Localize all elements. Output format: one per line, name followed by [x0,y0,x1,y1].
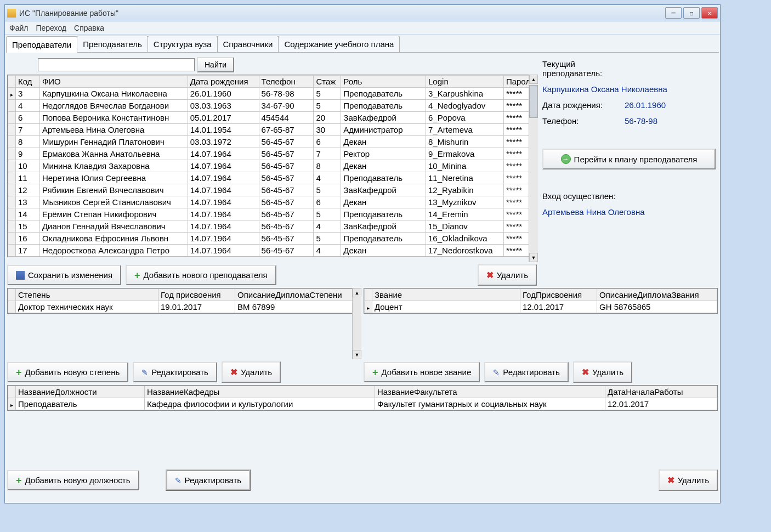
menubar: Файл Переход Справка [5,21,720,35]
edit-degree-button[interactable]: ✎ Редактировать [133,362,217,382]
table-row[interactable]: 16Окладникова Ефросиния Львовн14.07.1964… [8,233,537,245]
add-rank-button[interactable]: + Добавить новое звание [364,362,480,382]
titlebar: ИС "Планирование работы" ─ ☐ ✕ [5,5,720,21]
scroll-up-icon[interactable]: ▲ [353,288,361,297]
col-start-date[interactable]: ДатаНачалаРаботы [605,386,717,398]
table-row[interactable]: 17Недоросткова Александра Петро14.07.196… [8,245,537,257]
current-teacher-label: Текущий преподаватель: [542,59,625,78]
col-rank-year[interactable]: ГодПрисвоения [520,289,597,301]
rank-grid[interactable]: Звание ГодПрисвоения ОписаниеДипломаЗван… [364,288,718,314]
minimize-button[interactable]: ─ [665,7,682,19]
table-row[interactable]: 15Дианов Геннадий Вячеславович14.07.1964… [8,220,537,233]
side-panel: Текущий преподаватель: Карпушкина Оксана… [540,55,718,262]
window-title: ИС "Планирование работы" [19,9,665,18]
col-tel[interactable]: Телефон [259,76,314,88]
tel-value: 56-78-98 [625,116,657,126]
teachers-scrollbar[interactable]: ▲ ▼ [529,75,538,262]
tel-label: Телефон: [542,116,625,126]
delete-teacher-button[interactable]: ✖ Удалить [478,264,537,286]
table-row[interactable]: ПреподавательКафедра философии и культур… [8,398,717,410]
scroll-up-icon[interactable]: ▲ [529,75,538,84]
col-rank[interactable]: Звание [372,289,520,301]
col-stazh[interactable]: Стаж [314,76,341,88]
edit-icon: ✎ [141,368,148,377]
login-name: Артемьева Нина Олеговна [542,207,645,217]
edit-icon: ✎ [493,368,500,377]
edit-icon: ✎ [175,476,182,485]
delete-rank-button[interactable]: ✖ Удалить [573,361,632,383]
delete-position-button[interactable]: ✖ Удалить [659,469,718,491]
table-row[interactable]: Доктор технических наук19.01.2017ВМ 6789… [8,301,361,313]
col-degree[interactable]: Степень [16,289,158,301]
tabstrip: Преподаватели Преподаватель Структура ву… [6,36,719,53]
tab-curriculum[interactable]: Содержание учебного плана [278,36,400,52]
add-position-button[interactable]: + Добавить новую должность [7,470,139,490]
col-fio[interactable]: ФИО [39,76,188,88]
table-row[interactable]: 8Мишурин Геннадий Платонович03.03.197256… [8,136,537,148]
current-teacher-name: Карпушкина Оксана Николаевна [542,84,667,94]
position-grid[interactable]: НазваниеДолжности НазваниеКафедры Назван… [7,385,718,411]
col-position[interactable]: НазваниеДолжности [16,386,145,398]
login-label: Вход осуществлен: [542,191,625,201]
delete-icon: ✖ [486,270,494,280]
add-degree-button[interactable]: + Добавить новую степень [7,362,128,382]
tab-teachers[interactable]: Преподаватели [6,36,77,53]
search-input[interactable] [38,58,195,71]
teachers-grid[interactable]: Код ФИО Дата рождения Телефон Стаж Роль … [7,75,538,257]
degree-scrollbar[interactable]: ▲ ▼ [352,288,361,359]
plus-icon: + [16,477,22,484]
delete-degree-button[interactable]: ✖ Удалить [222,361,281,383]
dob-value: 26.01.1960 [625,100,666,110]
edit-position-button[interactable]: ✎ Редактировать [166,469,251,491]
app-window: ИС "Планирование работы" ─ ☐ ✕ Файл Пере… [4,4,721,503]
table-row[interactable]: 6Попова Вероника Константиновн05.01.2017… [8,112,537,124]
table-row[interactable]: 12Рябикин Евгений Вячеславович14.07.1964… [8,184,537,196]
plus-icon: + [372,369,378,376]
col-role[interactable]: Роль [341,76,426,88]
col-rank-desc[interactable]: ОписаниеДипломаЗвания [597,289,717,301]
add-teacher-button[interactable]: + Добавить нового преподавателя [126,265,276,285]
arrow-right-icon: → [561,154,571,164]
menu-file[interactable]: Файл [9,24,28,32]
delete-icon: ✖ [230,367,237,377]
menu-help[interactable]: Справка [74,24,104,32]
col-login[interactable]: Login [426,76,504,88]
save-icon [16,271,25,280]
table-row[interactable]: 13Мызников Сергей Станиславович14.07.196… [8,196,537,208]
dob-label: Дата рождения: [542,100,625,110]
tab-reference[interactable]: Справочники [217,36,279,52]
table-row[interactable]: 14Ерёмин Степан Никифорович14.07.196456-… [8,208,537,220]
maximize-button[interactable]: ☐ [683,7,700,19]
delete-icon: ✖ [667,475,674,485]
col-degree-year[interactable]: Год присвоения [158,289,235,301]
search-button[interactable]: Найти [197,57,234,72]
table-row[interactable]: 11Неретина Юлия Сергеевна14.07.196456-45… [8,172,537,184]
menu-nav[interactable]: Переход [36,24,66,32]
table-row[interactable]: Доцент12.01.2017GH 58765865 [365,301,717,313]
goto-plan-button[interactable]: → Перейти к плану преподавателя [542,149,716,169]
degree-grid[interactable]: Степень Год присвоения ОписаниеДипломаСт… [7,288,361,314]
col-dob[interactable]: Дата рождения [188,76,259,88]
plus-icon: + [16,369,22,376]
close-button[interactable]: ✕ [701,7,718,19]
scroll-down-icon[interactable]: ▼ [529,253,538,262]
col-faculty[interactable]: НазваниеФакультета [375,386,605,398]
plus-icon: + [134,271,140,279]
tab-teacher[interactable]: Преподаватель [77,36,148,52]
goto-plan-label: Перейти к плану преподавателя [574,155,698,164]
tab-structure[interactable]: Структура вуза [148,36,218,52]
table-row[interactable]: 7Артемьева Нина Олеговна14.01.195467-65-… [8,124,537,136]
table-row[interactable]: 10Минина Клавдия Захаровна14.07.196456-4… [8,160,537,172]
col-code[interactable]: Код [16,76,40,88]
scroll-down-icon[interactable]: ▼ [353,350,361,359]
edit-rank-button[interactable]: ✎ Редактировать [484,362,569,382]
col-department[interactable]: НазваниеКафедры [145,386,375,398]
app-icon [7,9,16,18]
delete-icon: ✖ [582,367,589,377]
scroll-thumb[interactable] [529,85,538,118]
table-row[interactable]: 9Ермакова Жанна Анатольевна14.07.196456-… [8,148,537,160]
table-row[interactable]: 4Недоглядов Вячеслав Богданови03.03.1963… [8,100,537,112]
table-row[interactable]: 3Карпушкина Оксана Николаевна26.01.19605… [8,88,537,100]
save-changes-button[interactable]: Сохранить изменения [7,265,121,285]
col-degree-desc[interactable]: ОписаниеДипломаСтепени [235,289,361,301]
